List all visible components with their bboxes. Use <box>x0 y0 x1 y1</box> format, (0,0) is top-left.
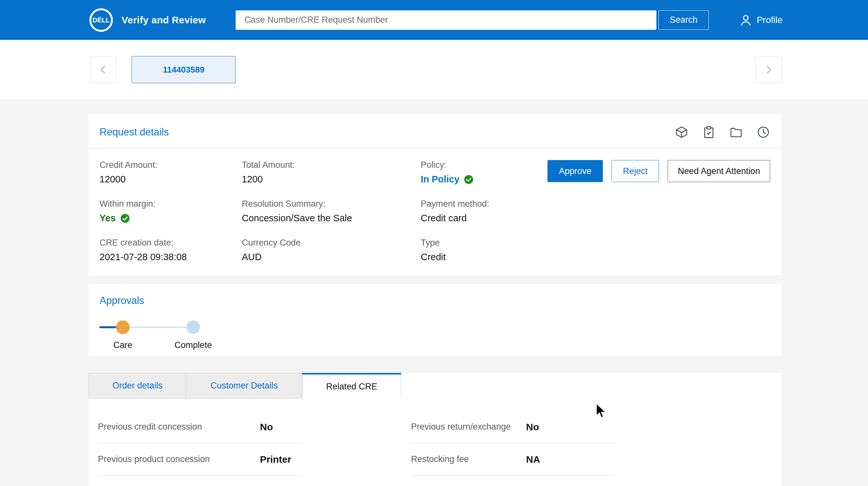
step-complete-label: Complete <box>164 340 222 350</box>
approve-button[interactable]: Approve <box>548 160 603 182</box>
step-complete-circle <box>186 320 200 334</box>
approvals-title: Approvals <box>99 295 770 306</box>
request-details-title: Request details <box>99 126 169 138</box>
field-total-amount: Total Amount: 1200 <box>242 160 421 185</box>
svg-text:DЁLL: DЁLL <box>92 17 110 24</box>
details-tabs-card: Order details Customer Details Related C… <box>89 373 781 486</box>
step-care-label: Care <box>94 340 152 350</box>
reject-button[interactable]: Reject <box>612 160 659 182</box>
clipboard-check-icon[interactable] <box>702 125 716 139</box>
row-restocking-fee: Restocking fee NA <box>411 443 615 476</box>
user-icon <box>739 13 753 27</box>
row-previous-product-concession: Previous product concession Printer <box>98 443 302 476</box>
tab-customer-details[interactable]: Customer Details <box>186 373 302 398</box>
approvals-card: Approvals Care Complete <box>89 284 781 356</box>
field-type: Type Credit <box>421 238 545 262</box>
search-bar: Search <box>236 10 709 30</box>
package-icon[interactable] <box>675 125 688 139</box>
folder-icon[interactable] <box>729 125 743 139</box>
field-policy: Policy: In Policy <box>421 160 545 185</box>
check-circle-icon <box>464 175 473 184</box>
tab-order-details[interactable]: Order details <box>89 373 186 398</box>
tab-related-cre[interactable]: Related CRE <box>302 373 401 398</box>
field-cre-creation-date: CRE creation date: 2021-07-28 09:38:08 <box>99 238 242 262</box>
app-title: Verify and Review <box>122 14 206 26</box>
row-previous-credit-concession: Previous credit concession No <box>98 411 302 443</box>
related-cre-left-column: Previous credit concession No Previous p… <box>98 411 302 476</box>
related-cre-panel: Previous credit concession No Previous p… <box>89 398 781 476</box>
profile-button[interactable]: Profile <box>739 13 782 27</box>
chevron-right-icon <box>762 63 775 76</box>
tab-bar: Order details Customer Details Related C… <box>89 373 781 398</box>
related-cre-right-column: Previous return/exchange No Restocking f… <box>411 411 615 476</box>
step-care-circle <box>116 320 130 334</box>
field-within-margin: Within margin: Yes <box>99 199 242 224</box>
chevron-left-icon <box>97 63 110 76</box>
main-content: Request details <box>0 99 868 486</box>
app-header: DЁLL Verify and Review Search Profile <box>0 0 868 40</box>
request-details-card: Request details <box>89 114 781 276</box>
profile-label: Profile <box>757 15 782 25</box>
search-input[interactable] <box>236 10 656 30</box>
search-button[interactable]: Search <box>658 10 709 30</box>
dell-logo-icon: DЁLL <box>89 7 114 33</box>
request-actions: Approve Reject Need Agent Attention <box>545 160 770 182</box>
case-number-tab[interactable]: 114403589 <box>132 56 236 83</box>
clock-icon[interactable] <box>756 125 770 139</box>
row-previous-return-exchange: Previous return/exchange No <box>411 411 615 443</box>
field-payment-method: Payment method: Credit card <box>421 199 545 224</box>
field-credit-amount: Credit Amount: 12000 <box>99 160 242 185</box>
stepper-line-pending <box>123 327 193 328</box>
brand: DЁLL Verify and Review <box>89 7 206 33</box>
case-navigation: 114403589 <box>0 40 868 99</box>
request-details-toolbar <box>675 125 770 139</box>
next-case-button[interactable] <box>755 56 782 83</box>
field-resolution-summary: Resolution Summary: Concession/Save the … <box>242 199 421 224</box>
approvals-stepper: Care Complete <box>99 314 346 356</box>
previous-case-button[interactable] <box>90 56 117 83</box>
field-currency-code: Currency Code AUD <box>242 238 421 262</box>
need-agent-attention-button[interactable]: Need Agent Attention <box>668 160 770 182</box>
check-circle-icon <box>120 214 130 223</box>
